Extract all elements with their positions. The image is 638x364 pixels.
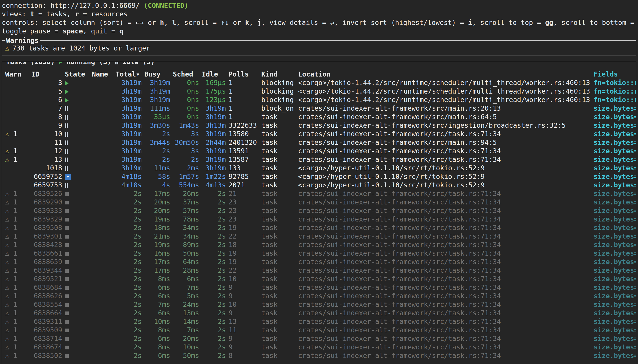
task-row-6838626[interactable]: ⚠ 168386262s6ms5ms2s9taskcrates/sui-inde… xyxy=(2,292,636,300)
task-row-6659752[interactable]: 6659752↑4m18s58s1m57s1m22s92785task<carg… xyxy=(2,172,636,181)
cell-id: 6838674 xyxy=(30,343,64,352)
task-row-6838684[interactable]: ⚠ 168386842s6ms7ms2s9taskcrates/sui-inde… xyxy=(2,283,636,292)
cell-polls: 21 xyxy=(227,190,260,198)
task-row-6839509[interactable]: ⚠ 168395092s8ms7ms2s11taskcrates/sui-ind… xyxy=(2,326,636,334)
key-hint: i xyxy=(468,19,472,26)
column-header-fields[interactable]: Fields xyxy=(592,70,636,78)
cell-sched: 554ms xyxy=(172,181,200,190)
task-row-6659753[interactable]: 66597534m18s4s554ms4m13s2071task<cargo>/… xyxy=(2,181,636,190)
cell-kind: task xyxy=(260,215,297,224)
cell-total: 3h19m xyxy=(114,113,143,121)
task-row-6839290[interactable]: ⚠ 168392902s20ms37ms2s23taskcrates/sui-i… xyxy=(2,198,636,206)
task-row-1018[interactable]: 10183h19m11ms2ms3h19m133task<cargo>/hype… xyxy=(2,164,636,172)
state-completed-icon xyxy=(65,346,69,350)
column-header-sched[interactable]: Sched xyxy=(172,70,200,78)
cell-polls: 19 xyxy=(227,224,260,232)
cell-warn: ⚠ 1 xyxy=(5,206,30,215)
task-row-6839311[interactable]: ⚠ 168393112s10ms14ms2s13taskcrates/sui-i… xyxy=(2,317,636,326)
idle-count: Idle (9) xyxy=(118,62,155,66)
cell-total: 3h19m xyxy=(114,78,143,87)
cell-warn xyxy=(5,96,30,104)
cell-location: crates/sui-indexer-alt-framework/src/tas… xyxy=(297,147,592,155)
task-row-10[interactable]: ⚠ 1103h19m2s3s3h19m13580taskcrates/sui-i… xyxy=(2,130,636,138)
text-segment: , invert sort (highest/lowest) = xyxy=(334,19,468,26)
task-row-3[interactable]: 33h19m3h19m0ns169µs1blocking<cargo>/toki… xyxy=(2,78,636,87)
task-row-6839526[interactable]: ⚠ 168395262s17ms26ms2s21taskcrates/sui-i… xyxy=(2,190,636,198)
key-hint: gg xyxy=(545,19,553,26)
cell-fields: size.bytes= xyxy=(592,317,636,326)
task-row-6838661[interactable]: ⚠ 168386612s16ms50ms2s19taskcrates/sui-i… xyxy=(2,249,636,258)
cell-busy: 8ms xyxy=(143,326,172,334)
task-row-11[interactable]: 113h19m3m44s30m50s2h44m2401320taskcrates… xyxy=(2,138,636,147)
task-row-6838428[interactable]: ⚠ 168384282s19ms89ms2s18taskcrates/sui-i… xyxy=(2,240,636,249)
cell-sched: 34ms xyxy=(172,224,200,232)
cell-kind: task xyxy=(260,138,297,147)
state-completed-icon xyxy=(65,354,69,358)
cell-state xyxy=(64,78,90,87)
cell-location: crates/sui-indexer-alt-framework/src/mai… xyxy=(297,113,592,121)
task-row-8[interactable]: 83h19m35µs0ns3h19m1taskcrates/sui-indexe… xyxy=(2,113,636,121)
task-row-13[interactable]: ⚠ 1133h19m2s2s3h19m13587taskcrates/sui-i… xyxy=(2,155,636,164)
cell-polls: 23 xyxy=(227,215,260,224)
task-row-6838659[interactable]: ⚠ 168386592s17ms64ms2s19taskcrates/sui-i… xyxy=(2,258,636,266)
column-header-polls[interactable]: Polls xyxy=(227,70,260,78)
cell-name xyxy=(90,104,114,113)
task-row-9[interactable]: 93h19m3m30s1m43s3h13m3322633taskcrates/s… xyxy=(2,121,636,130)
task-row-6839521[interactable]: ⚠ 168395212s8ms6ms2s10taskcrates/sui-ind… xyxy=(2,275,636,283)
task-row-6839301[interactable]: ⚠ 168393012s21ms34ms2s22taskcrates/sui-i… xyxy=(2,232,636,240)
cell-total: 2s xyxy=(114,240,143,249)
cell-warn xyxy=(5,104,30,113)
cell-id: 6839329 xyxy=(30,215,64,224)
cell-kind: task xyxy=(260,352,297,360)
cell-name xyxy=(90,352,114,360)
cell-sched: 14ms xyxy=(172,317,200,326)
column-header-idle[interactable]: Idle xyxy=(200,70,227,78)
column-header-state[interactable]: State xyxy=(64,70,90,78)
column-header-busy[interactable]: Busy xyxy=(143,70,172,78)
task-row-5[interactable]: 53h19m3h19m0ns175µs1blocking<cargo>/toki… xyxy=(2,87,636,96)
cell-polls: 13580 xyxy=(227,130,260,138)
running-count: Running (3) xyxy=(63,62,116,66)
cell-warn xyxy=(5,113,30,121)
cell-kind: task xyxy=(260,224,297,232)
cell-polls: 9 xyxy=(227,343,260,352)
task-row-6838664[interactable]: ⚠ 168386642s6ms13ms2s9taskcrates/sui-ind… xyxy=(2,309,636,317)
cell-sched: 3s xyxy=(172,147,200,155)
text-segment: or xyxy=(144,19,160,26)
state-running-icon xyxy=(65,90,69,94)
cell-idle: 2s xyxy=(200,309,227,317)
cell-name xyxy=(90,283,114,292)
task-row-6839508[interactable]: ⚠ 168395082s18ms34ms2s19taskcrates/sui-i… xyxy=(2,224,636,232)
task-row-12[interactable]: ⚠ 1123h19m2s3s3h19m13591taskcrates/sui-i… xyxy=(2,147,636,155)
cell-fields: size.bytes= xyxy=(592,164,636,172)
cell-state xyxy=(64,130,90,138)
task-row-6[interactable]: 63h19m3h19m0ns123µs1blocking<cargo>/toki… xyxy=(2,96,636,104)
cell-warn: ⚠ 1 xyxy=(5,190,30,198)
text-segment: = resources xyxy=(79,10,128,18)
column-header-kind[interactable]: Kind xyxy=(260,70,297,78)
text-segment: , xyxy=(164,19,172,26)
task-row-7[interactable]: 73h19m111ms0ns3h19m1block_oncrates/sui-i… xyxy=(2,104,636,113)
cell-idle: 2s xyxy=(200,292,227,300)
task-row-6838502[interactable]: ⚠ 168385022s6ms50ms2s8taskcrates/sui-ind… xyxy=(2,352,636,360)
column-header-id[interactable]: ID xyxy=(30,70,64,78)
task-row-6839329[interactable]: ⚠ 168393292s19ms78ms2s23taskcrates/sui-i… xyxy=(2,215,636,224)
cell-sched: 7ms xyxy=(172,283,200,292)
task-row-6839333[interactable]: ⚠ 168393332s20ms57ms2s23taskcrates/sui-i… xyxy=(2,206,636,215)
column-header-warn[interactable]: Warn xyxy=(5,70,30,78)
task-row-6838714[interactable]: ⚠ 168387142s6ms20ms2s9taskcrates/sui-ind… xyxy=(2,334,636,343)
task-row-6839344[interactable]: ⚠ 168393442s17ms28ms2s22taskcrates/sui-i… xyxy=(2,266,636,275)
task-row-6838674[interactable]: ⚠ 168386742s8ms10ms2s9taskcrates/sui-ind… xyxy=(2,343,636,352)
warning-item: ⚠738 tasks are 1024 bytes or larger xyxy=(2,44,636,52)
column-header-location[interactable]: Location xyxy=(297,70,592,78)
cell-state xyxy=(64,317,90,326)
column-header-name[interactable]: Name xyxy=(90,70,114,78)
column-header-total[interactable]: Total▾ xyxy=(114,70,143,78)
cell-name xyxy=(90,309,114,317)
cell-busy: 2s xyxy=(143,155,172,164)
cell-polls: 11 xyxy=(227,326,260,334)
state-completed-icon xyxy=(65,243,69,247)
task-row-6838554[interactable]: ⚠ 168385542s7ms24ms2s10taskcrates/sui-in… xyxy=(2,300,636,309)
text-segment: , scroll to top = xyxy=(472,19,545,26)
state-running-icon xyxy=(65,98,69,102)
